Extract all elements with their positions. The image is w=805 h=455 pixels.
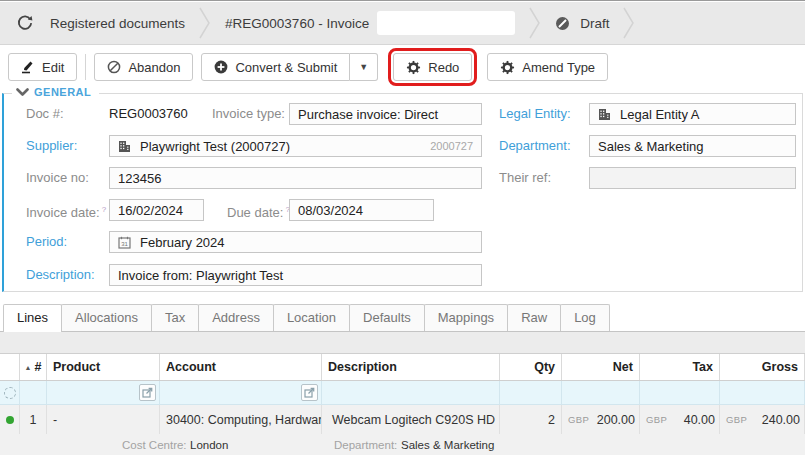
- gross-header-label: Gross: [762, 360, 798, 374]
- convert-submit-label: Convert & Submit: [235, 60, 337, 75]
- invoice-type-label: Invoice type:: [212, 103, 285, 125]
- hint-icon: ?: [102, 205, 106, 214]
- general-section: GENERAL Doc #: REG0003760 Invoice type: …: [2, 93, 803, 292]
- refresh-button[interactable]: [14, 12, 36, 34]
- row-status-cell: [0, 405, 20, 434]
- lines-panel: ▲ # Product Account Description Qty Net …: [0, 332, 805, 455]
- row-tax-cell[interactable]: GBP 40.00: [640, 405, 720, 434]
- qty-column-header[interactable]: Qty: [500, 354, 562, 380]
- redaction-overlay: [377, 11, 515, 35]
- convert-submit-dropdown-button[interactable]: ▼: [350, 53, 378, 81]
- description-value: Invoice from: Playwright Test: [118, 268, 283, 283]
- due-date-field[interactable]: 08/03/2024: [289, 199, 434, 221]
- new-row-product-cell[interactable]: [47, 381, 160, 405]
- open-lookup-icon: [304, 387, 315, 398]
- table-row[interactable]: 1 - 30400: Computing, Hardware Webcam Lo…: [0, 405, 805, 434]
- new-row-net-cell[interactable]: [562, 381, 640, 405]
- invoice-date-field[interactable]: 16/02/2024: [109, 199, 204, 221]
- currency-code: GBP: [568, 414, 589, 425]
- status-column-header: [0, 354, 20, 380]
- product-column-header[interactable]: Product: [47, 354, 160, 380]
- row-account-cell[interactable]: 30400: Computing, Hardware: [160, 405, 322, 434]
- tab-tax[interactable]: Tax: [151, 304, 199, 331]
- their-ref-label: Their ref:: [499, 167, 551, 189]
- redo-highlight-annotation: Redo: [388, 48, 477, 86]
- row-num: 1: [30, 413, 37, 427]
- new-row-gross-cell[interactable]: [720, 381, 805, 405]
- new-row-qty-cell[interactable]: [500, 381, 562, 405]
- legal-entity-value: Legal Entity A: [620, 107, 700, 122]
- tab-allocations[interactable]: Allocations: [61, 304, 152, 331]
- row-description-cell[interactable]: Webcam Logitech C920S HD: [322, 405, 500, 434]
- supplier-field[interactable]: Playwright Test (2000727) 2000727: [109, 135, 482, 157]
- product-lookup-button[interactable]: [139, 384, 156, 401]
- new-line-row[interactable]: [0, 381, 805, 405]
- due-date-label-text: Due date:: [227, 205, 283, 220]
- tab-log[interactable]: Log: [560, 304, 610, 331]
- department-field[interactable]: Sales & Marketing: [589, 135, 796, 157]
- department-value: Sales & Marketing: [598, 139, 704, 154]
- num-column-header[interactable]: ▲ #: [20, 354, 47, 380]
- building-icon: [118, 140, 131, 152]
- description-field[interactable]: Invoice from: Playwright Test: [109, 264, 482, 286]
- legal-entity-field[interactable]: Legal Entity A: [589, 103, 796, 125]
- breadcrumb-current-document[interactable]: #REG0003760 - Invoice: [211, 11, 529, 35]
- currency-code: GBP: [726, 414, 747, 425]
- row-qty-cell[interactable]: 2: [500, 405, 562, 434]
- tab-defaults[interactable]: Defaults: [349, 304, 425, 331]
- general-legend-label: GENERAL: [34, 86, 91, 98]
- tab-mappings[interactable]: Mappings: [424, 304, 508, 331]
- tab-raw[interactable]: Raw: [507, 304, 561, 331]
- supplier-code: 2000727: [430, 140, 473, 152]
- edit-button[interactable]: Edit: [8, 53, 77, 81]
- convert-submit-button[interactable]: Convert & Submit: [201, 53, 350, 81]
- legal-entity-label[interactable]: Legal Entity:: [499, 103, 571, 125]
- tab-bar: Lines Allocations Tax Address Location D…: [0, 305, 805, 332]
- sort-ascending-icon: ▲: [25, 364, 32, 371]
- gross-column-header[interactable]: Gross: [720, 354, 805, 380]
- tax-header-label: Tax: [692, 360, 713, 374]
- table-header-row: ▲ # Product Account Description Qty Net …: [0, 353, 805, 381]
- row-detail-subrow: Cost Centre: London Department: Sales & …: [0, 434, 805, 455]
- tab-location[interactable]: Location: [273, 304, 350, 331]
- supplier-value: Playwright Test (2000727): [140, 139, 290, 154]
- new-row-tax-cell[interactable]: [640, 381, 720, 405]
- department-label[interactable]: Department:: [499, 135, 571, 157]
- period-field[interactable]: 31 February 2024: [109, 231, 482, 253]
- new-row-account-cell[interactable]: [160, 381, 322, 405]
- row-num-cell[interactable]: 1: [20, 405, 47, 434]
- invoice-date-label-text: Invoice date:: [26, 205, 100, 220]
- abandon-button[interactable]: Abandon: [94, 53, 193, 81]
- new-row-num-cell[interactable]: [20, 381, 47, 405]
- amend-type-label: Amend Type: [522, 60, 595, 75]
- breadcrumb-bar: Registered documents #REG0003760 - Invoi…: [0, 2, 805, 45]
- description-label[interactable]: Description:: [26, 264, 95, 286]
- period-value: February 2024: [140, 235, 225, 250]
- edit-label: Edit: [42, 60, 64, 75]
- tab-lines[interactable]: Lines: [3, 304, 62, 332]
- invoice-no-field[interactable]: 123456: [109, 167, 482, 189]
- row-product-cell[interactable]: -: [47, 405, 160, 434]
- net-column-header[interactable]: Net: [562, 354, 640, 380]
- account-lookup-button[interactable]: [301, 384, 318, 401]
- row-net-cell[interactable]: GBP 200.00: [562, 405, 640, 434]
- open-lookup-icon: [142, 387, 153, 398]
- period-label[interactable]: Period:: [26, 231, 67, 253]
- their-ref-field[interactable]: [589, 167, 796, 189]
- invoice-type-field[interactable]: Purchase invoice: Direct: [289, 103, 482, 125]
- supplier-label[interactable]: Supplier:: [26, 135, 77, 157]
- tab-address[interactable]: Address: [198, 304, 274, 331]
- doc-number-value: REG0003760: [109, 103, 188, 125]
- tax-column-header[interactable]: Tax: [640, 354, 720, 380]
- general-legend[interactable]: GENERAL: [12, 86, 99, 98]
- invoice-date-value: 16/02/2024: [118, 203, 183, 218]
- row-gross-cell[interactable]: GBP 240.00: [720, 405, 805, 434]
- redo-button[interactable]: Redo: [393, 53, 472, 81]
- breadcrumb-registered-documents[interactable]: Registered documents: [36, 16, 199, 31]
- description-column-header[interactable]: Description: [322, 354, 500, 380]
- breadcrumb-separator: [199, 6, 211, 40]
- toolbar: Edit Abandon Convert & Submit ▼: [0, 45, 805, 89]
- amend-type-button[interactable]: Amend Type: [487, 53, 608, 81]
- new-row-description-cell[interactable]: [322, 381, 500, 405]
- account-column-header[interactable]: Account: [160, 354, 322, 380]
